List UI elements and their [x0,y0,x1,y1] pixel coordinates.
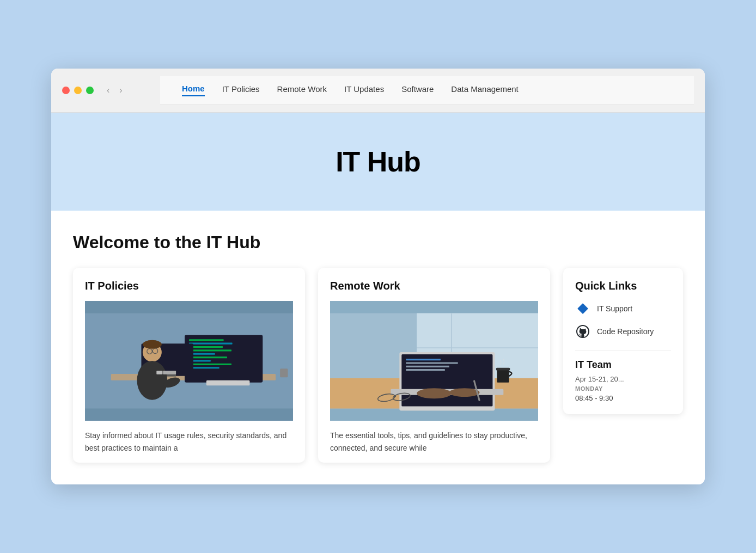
svg-rect-23 [206,380,250,386]
forward-arrow[interactable]: › [116,84,125,96]
svg-rect-46 [577,303,588,314]
cards-row: IT Policies [73,268,683,463]
it-team-day: MONDAY [575,385,671,392]
quick-link-code-repo-label: Code Repository [597,327,654,336]
svg-rect-34 [406,362,458,364]
svg-rect-25 [156,371,162,374]
svg-rect-7 [192,349,231,351]
close-button[interactable] [62,87,70,94]
main-content: Welcome to the IT Hub IT Policies [51,211,705,484]
quick-link-it-support-label: IT Support [597,304,632,313]
nav-item-home[interactable]: Home [182,84,205,96]
quick-links-title: Quick Links [575,280,671,292]
svg-rect-38 [497,368,509,382]
svg-rect-33 [406,359,441,360]
svg-rect-12 [189,367,220,368]
svg-rect-11 [192,364,231,365]
svg-point-16 [137,361,168,400]
card-it-policies-title: IT Policies [85,280,293,292]
card-it-policies[interactable]: IT Policies [73,268,305,463]
quick-link-it-support[interactable]: IT Support [575,301,671,316]
it-policies-image [85,301,293,421]
it-team-section: IT Team Apr 15-21, 20... MONDAY 08:45 - … [575,350,671,402]
svg-rect-4 [189,339,224,341]
card-it-policies-content: IT Policies [73,268,305,463]
svg-rect-22 [280,368,288,377]
it-team-date: Apr 15-21, 20... [575,375,671,383]
svg-point-40 [417,388,452,398]
hero-section: IT Hub [51,113,705,211]
remote-work-image [330,301,538,421]
maximize-button[interactable] [86,87,94,94]
minimize-button[interactable] [74,87,82,94]
back-arrow[interactable]: ‹ [103,84,113,96]
github-icon [575,324,590,339]
card-remote-work-description: The essential tools, tips, and guideline… [330,429,538,454]
card-remote-work-title: Remote Work [330,280,538,292]
svg-rect-9 [192,357,227,358]
window-controls [62,87,94,94]
hero-title: IT Hub [73,145,683,178]
it-team-time: 08:45 - 9:30 [575,394,671,402]
nav-arrows: ‹ › [103,84,126,96]
svg-point-21 [143,340,162,349]
browser-window: ‹ › Home IT Policies Remote Work IT Upda… [51,69,705,484]
nav-item-it-policies[interactable]: IT Policies [222,84,260,96]
title-bar: ‹ › Home IT Policies Remote Work IT Upda… [51,69,705,113]
quick-links-card: Quick Links IT Support Code Repository [563,268,683,414]
svg-rect-24 [163,371,176,374]
card-it-policies-description: Stay informed about IT usage rules, secu… [85,429,293,454]
svg-rect-35 [406,366,449,367]
quick-link-code-repo[interactable]: Code Repository [575,324,671,339]
welcome-title: Welcome to the IT Hub [73,232,683,253]
card-remote-work-content: Remote Work [318,268,550,463]
diamond-icon [575,301,590,316]
svg-rect-5 [189,343,233,345]
svg-rect-2 [185,335,263,383]
nav-item-software[interactable]: Software [401,84,434,96]
nav-item-it-updates[interactable]: IT Updates [344,84,384,96]
card-remote-work[interactable]: Remote Work [318,268,550,463]
nav-bar: Home IT Policies Remote Work IT Updates … [160,76,694,105]
it-team-title: IT Team [575,359,671,371]
svg-rect-6 [192,346,223,348]
svg-rect-39 [496,368,510,371]
svg-rect-36 [406,369,445,371]
nav-item-remote-work[interactable]: Remote Work [277,84,327,96]
svg-point-41 [449,388,480,397]
quick-links-content: Quick Links IT Support Code Repository [563,268,683,414]
nav-item-data-management[interactable]: Data Management [451,84,518,96]
